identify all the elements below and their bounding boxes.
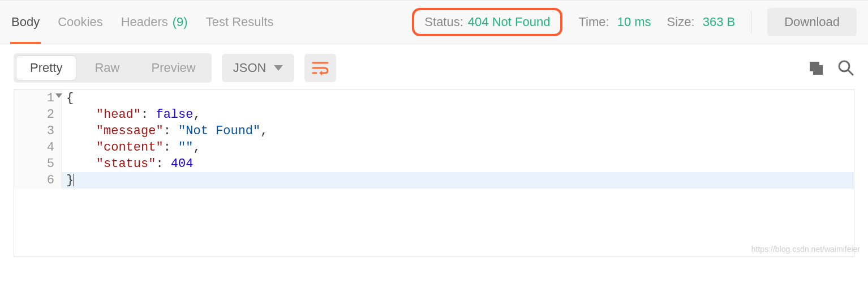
gutter: 4 [14,139,62,156]
code-token: "head" [96,108,141,122]
copy-button[interactable] [808,60,824,76]
gutter: 3 [14,123,62,139]
chevron-down-icon [274,65,283,71]
gutter: 6 [14,172,62,189]
code-line: 3 "message": "Not Found", [14,123,854,139]
format-select[interactable]: JSON [222,54,295,82]
line-number: 2 [47,108,54,122]
time-stat: Time: 10 ms [578,15,651,29]
gutter: 2 [14,106,62,123]
status-highlight-box: Status: 404 Not Found [412,8,562,36]
svg-rect-2 [813,65,823,75]
download-button[interactable]: Download [767,8,857,36]
response-editor[interactable]: 1 { 2 "head": false, 3 "message": "Not F… [14,89,854,257]
fold-icon[interactable] [55,93,62,98]
code-line: 4 "content": "", [14,139,854,156]
line-number: 1 [47,91,54,105]
tab-cookies-label: Cookies [58,15,102,29]
gutter: 1 [14,90,62,106]
response-tabs: Body Cookies Headers (9) Test Results [11,1,274,44]
body-toolbar: Pretty Raw Preview JSON [0,44,868,89]
size-stat: Size: 363 B [667,15,736,29]
tab-headers-label: Headers [121,15,168,29]
code-token: { [66,91,74,105]
search-button[interactable] [837,59,854,76]
watermark: https://blog.csdn.net/waimifeier [751,245,860,254]
wrap-lines-button[interactable] [304,54,336,82]
tab-headers-count: (9) [173,15,188,29]
size-value: 363 B [703,15,736,29]
tab-headers[interactable]: Headers (9) [121,1,188,44]
code-token: "content" [96,140,164,155]
code-line: 6 } [14,172,854,189]
tab-test-results-label: Test Results [206,15,274,29]
tab-body-label: Body [11,15,40,29]
line-number: 4 [47,140,54,155]
wrap-icon [312,61,329,75]
view-mode-group: Pretty Raw Preview [14,53,212,83]
line-number: 6 [47,173,54,187]
view-pretty-button[interactable]: Pretty [16,55,76,80]
tab-cookies[interactable]: Cookies [58,1,102,44]
caret [74,174,74,186]
line-number: 5 [47,157,54,171]
code-token: "message" [96,124,164,138]
tab-body[interactable]: Body [11,1,40,44]
code-token: 404 [171,157,194,171]
line-number: 3 [47,124,54,138]
code-token: "status" [96,157,156,171]
time-value: 10 ms [617,15,651,29]
code-token: "" [178,140,193,155]
code-line: 5 "status": 404 [14,156,854,172]
response-header: Body Cookies Headers (9) Test Results St… [0,0,868,44]
time-label: Time: [578,15,609,29]
search-icon [837,59,854,76]
format-select-label: JSON [233,61,267,75]
code-line: 2 "head": false, [14,106,854,123]
status-value: 404 Not Found [468,15,551,29]
divider [751,11,751,33]
code-token: false [156,108,193,122]
view-raw-button[interactable]: Raw [79,53,135,83]
copy-icon [808,60,824,76]
view-preview-button[interactable]: Preview [135,53,211,83]
toolbar-right [808,59,854,76]
gutter: 5 [14,156,62,172]
tab-test-results[interactable]: Test Results [206,1,274,44]
size-label: Size: [667,15,695,29]
editor-padding [14,189,854,256]
svg-line-4 [848,70,853,75]
code-line: 1 { [14,90,854,106]
code-token: "Not Found" [178,124,260,138]
status-group: Status: 404 Not Found Time: 10 ms Size: … [412,8,857,36]
status-label: Status: [424,15,463,29]
code-token: } [66,173,74,187]
